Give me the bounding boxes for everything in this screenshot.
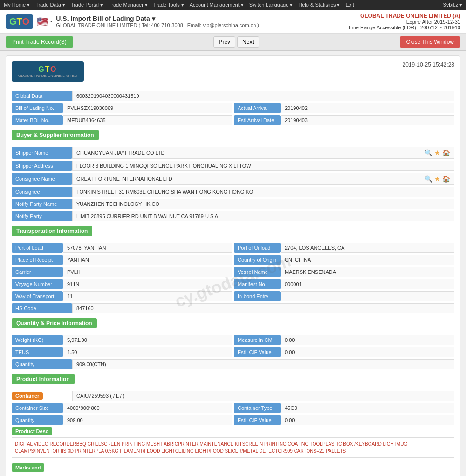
voyage-pair: Voyage Number 911N bbox=[12, 279, 232, 289]
qty-value: 909.00(CTN) bbox=[72, 359, 454, 369]
vessel-name-value: MAERSK ENSENADA bbox=[281, 267, 454, 277]
carrier-vessel-row: Carrier PVLH Vessel Name MAERSK ENSENADA bbox=[12, 267, 454, 277]
country-origin-value: CN, CHINA bbox=[281, 255, 454, 265]
way-transport-pair: Way of Transport 11 bbox=[12, 291, 232, 301]
nav-exit[interactable]: Exit bbox=[345, 2, 354, 8]
nav-help[interactable]: Help & Statistics ▾ bbox=[298, 2, 340, 8]
container-size-type-row: Container Size 4000*900*800 Container Ty… bbox=[12, 403, 454, 413]
marks-section: Marks and RCV190306-2537RCV190306-2536RC… bbox=[12, 461, 454, 476]
teus-value: 1.50 bbox=[63, 347, 232, 357]
container-type-label: Container Type bbox=[234, 403, 281, 413]
company-name: GLOBAL TRADE ONLINE LIMITED (A) bbox=[348, 13, 460, 19]
teus-cif-row: TEUS 1.50 Esti. CIF Value 0.00 bbox=[12, 347, 454, 357]
product-qty-cif-row: Quantity 909.00 Esti. CIF Value 0.00 bbox=[12, 415, 454, 425]
voyage-manifest-row: Voyage Number 911N Manifest No. 000001 bbox=[12, 279, 454, 289]
shipper-search-icon[interactable]: 🔍 bbox=[425, 149, 432, 156]
notify-party-name-row: Notify Party Name YUANZHEN TECHNOLOGY HK… bbox=[12, 199, 454, 209]
doc-header: GTO GLOBAL TRADE ONLINE LIMITED 2019-10-… bbox=[12, 61, 454, 85]
print-button-top[interactable]: Print Trade Record(S) bbox=[6, 36, 73, 48]
shipper-name-row: Shipper Name CHUANGYUAN JIAYI TRADE CO L… bbox=[12, 147, 454, 159]
product-desc-text: DIGITAL VIDEO RECORDERBBQ GRILLSCREEN PR… bbox=[12, 437, 454, 458]
weight-value: 5,971.00 bbox=[63, 335, 232, 345]
port-load-label: Port of Load bbox=[12, 243, 63, 253]
global-data-row: Global Data 6003201904030000431519 bbox=[12, 91, 454, 101]
hs-code-value: 847160 bbox=[72, 303, 454, 313]
consignee-search-icon[interactable]: 🔍 bbox=[425, 175, 432, 183]
qty-label: Quantity bbox=[12, 359, 72, 369]
manifest-value: 000001 bbox=[281, 279, 454, 289]
container-type-pair: Container Type 45G0 bbox=[234, 403, 454, 413]
port-unload-pair: Port of Unload 2704, LOS ANGELES, CA bbox=[234, 243, 454, 253]
global-data-label: Global Data bbox=[12, 91, 72, 101]
teus-pair: TEUS 1.50 bbox=[12, 347, 232, 357]
consignee-home-icon[interactable]: 🏠 bbox=[442, 175, 450, 183]
document-card: cy.gtodata.com GTO GLOBAL TRADE ONLINE L… bbox=[6, 55, 460, 476]
bol-label: Bill of Lading No. bbox=[12, 103, 63, 113]
product-desc-label: Product Desc bbox=[12, 427, 52, 435]
consignee-row: Consignee TONKIN STREET 31 RM603E CHEUNG… bbox=[12, 187, 454, 197]
esti-arrival-label: Esti Arrival Date bbox=[234, 115, 281, 125]
doc-timestamp: 2019-10-25 15:42:28 bbox=[403, 61, 454, 68]
shipper-name-label: Shipper Name bbox=[12, 147, 72, 159]
shipper-address-row: Shipper Address FLOOR 3 BUILDING 1 MINGQ… bbox=[12, 161, 454, 171]
prev-button-top[interactable]: Prev bbox=[213, 36, 235, 48]
esti-cif-value: 0.00 bbox=[281, 347, 454, 357]
nav-switch-lang[interactable]: Switch Language ▾ bbox=[249, 2, 293, 8]
notify-party-label: Notify Party bbox=[12, 211, 72, 221]
transportation-section: Transportation Information bbox=[12, 226, 454, 239]
way-transport-label: Way of Transport bbox=[12, 291, 63, 301]
country-origin-pair: Country of Origin CN, CHINA bbox=[234, 255, 454, 265]
consignee-name-row: Consignee Name GREAT FORTUNE INTERNATION… bbox=[12, 173, 454, 185]
notify-party-name-value: YUANZHEN TECHNOLOGY HK CO bbox=[72, 199, 454, 209]
nav-trade-manager[interactable]: Trade Manager ▾ bbox=[109, 2, 148, 8]
logo-o: O bbox=[22, 16, 30, 27]
weight-label: Weight (KG) bbox=[12, 335, 63, 345]
time-range: Time Range Accessible (LDR) : 200712 ~ 2… bbox=[348, 25, 460, 30]
logo-t: T bbox=[17, 16, 22, 27]
doc-logo: GTO GLOBAL TRADE ONLINE LIMITED bbox=[12, 61, 84, 82]
place-receipt-pair: Place of Receipt YANTIAN bbox=[12, 255, 232, 265]
consignee-name-text: GREAT FORTUNE INTERNATIONAL LTD bbox=[76, 176, 172, 182]
master-bol-pair: Mater BOL No. MEDUB4364635 bbox=[12, 115, 232, 125]
measure-value: 0.00 bbox=[281, 335, 454, 345]
qty-price-header: Quantity & Price Information bbox=[12, 318, 97, 328]
shipper-star-icon[interactable]: ★ bbox=[434, 149, 440, 156]
buyer-supplier-section: Buyer & Supplier Information bbox=[12, 130, 454, 143]
place-receipt-label: Place of Receipt bbox=[12, 255, 63, 265]
nav-trade-data[interactable]: Trade Data ▾ bbox=[35, 2, 65, 8]
nav-account-mgmt[interactable]: Account Management ▾ bbox=[190, 2, 244, 8]
esti-arrival-value: 20190403 bbox=[281, 115, 454, 125]
nav-trade-portal[interactable]: Trade Portal ▾ bbox=[71, 2, 103, 8]
notify-party-value: LIMIT 20895 CURRIER RD UNIT B WALNUT CA … bbox=[72, 211, 454, 221]
container-label-area: Container bbox=[12, 391, 72, 401]
product-qty-pair: Quantity 909.00 bbox=[12, 415, 232, 425]
next-button-top[interactable]: Next bbox=[237, 36, 259, 48]
top-toolbar: Print Trade Record(S) Prev Next Close Th… bbox=[0, 34, 466, 51]
doc-logo-text: GTO bbox=[18, 65, 77, 74]
esti-cif-pair: Esti. CIF Value 0.00 bbox=[234, 347, 454, 357]
container-size-pair: Container Size 4000*900*800 bbox=[12, 403, 232, 413]
bol-value: PVLHSZX19030069 bbox=[63, 103, 232, 113]
nav-my-home[interactable]: My Home ▾ bbox=[4, 2, 30, 8]
voyage-label: Voyage Number bbox=[12, 279, 63, 289]
shipper-address-value: FLOOR 3 BUILDING 1 MINGQI SCIENCE PARK H… bbox=[72, 161, 454, 171]
port-unload-value: 2704, LOS ANGELES, CA bbox=[281, 243, 454, 253]
inbond-pair: In-bond Entry bbox=[234, 291, 454, 301]
user-info[interactable]: Sybil.z ▾ bbox=[443, 2, 462, 8]
product-cif-pair: Esti. CIF Value 0.00 bbox=[234, 415, 454, 425]
hs-code-row: HS Code 847160 bbox=[12, 303, 454, 313]
product-qty-value: 909.00 bbox=[63, 415, 232, 425]
consignee-star-icon[interactable]: ★ bbox=[434, 175, 440, 183]
weight-measure-row: Weight (KG) 5,971.00 Measure in CM 0.00 bbox=[12, 335, 454, 345]
place-receipt-value: YANTIAN bbox=[63, 255, 232, 265]
esti-arrival-pair: Esti Arrival Date 20190403 bbox=[234, 115, 454, 125]
port-load-pair: Port of Load 57078, YANTIAN bbox=[12, 243, 232, 253]
logo: G T O bbox=[6, 14, 33, 29]
main-content: cy.gtodata.com GTO GLOBAL TRADE ONLINE L… bbox=[0, 51, 466, 476]
master-bol-value: MEDUB4364635 bbox=[63, 115, 232, 125]
nav-trade-tools[interactable]: Trade Tools ▾ bbox=[153, 2, 184, 8]
shipper-home-icon[interactable]: 🏠 bbox=[442, 149, 450, 156]
measure-pair: Measure in CM 0.00 bbox=[234, 335, 454, 345]
close-button-top[interactable]: Close This Window bbox=[400, 36, 460, 48]
container-row: Container CAIU7259593 ( / L / ) bbox=[12, 391, 454, 401]
